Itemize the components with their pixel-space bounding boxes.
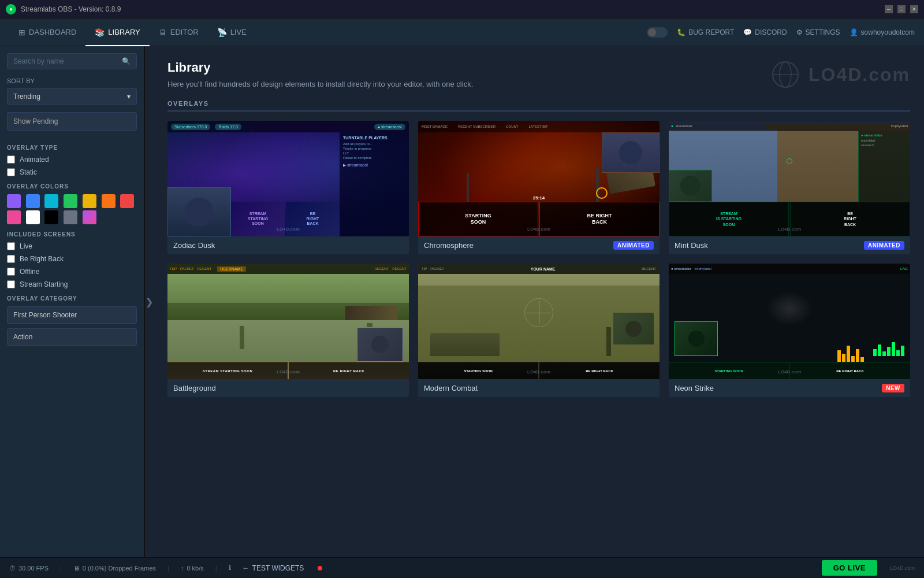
mint-dusk-badge: ANIMATED (864, 241, 904, 250)
chromosphere-image: MOST DAMAGE RECENT SUBSCRIBER COUNT LATE… (418, 121, 660, 236)
cod-image: TIP PACKET YOUR NAME RECENT (418, 264, 660, 379)
overlay-type-animated-item[interactable]: Animated (7, 155, 137, 164)
category-dropdown-action[interactable]: Action (7, 328, 137, 346)
screen-offline-checkbox[interactable] (7, 268, 15, 276)
maximize-button[interactable]: □ (897, 5, 906, 13)
static-checkbox[interactable] (7, 168, 15, 176)
chevron-down-icon: ▾ (127, 92, 131, 101)
color-orange[interactable] (102, 194, 116, 208)
color-blue[interactable] (26, 194, 40, 208)
screen-stream-starting-label: Stream Starting (20, 280, 68, 288)
search-box[interactable]: 🔍 (7, 53, 137, 69)
category-dropdown-fps[interactable]: First Person Shooter (7, 306, 137, 324)
go-live-button[interactable]: GO LIVE (822, 560, 877, 576)
search-icon: 🔍 (122, 57, 131, 65)
color-green[interactable] (64, 194, 77, 208)
lo4d-text: LO4D.com (808, 64, 910, 86)
status-bar: ⏱ 30.00 FPS | 🖥 0 (0.0%) Dropped Frames … (0, 557, 924, 578)
zodiac-dusk-footer: Zodiac Dusk (167, 236, 409, 254)
zodiac-dusk-name: Zodiac Dusk (173, 241, 215, 250)
screen-live-item[interactable]: Live (7, 242, 137, 250)
discord-item[interactable]: 💬 DISCORD (743, 28, 787, 36)
sidebar-collapse-button[interactable]: ❯ (144, 46, 154, 557)
category-action-label: Action (13, 333, 32, 341)
mint-dusk-image: ● streamlabz trophylabel ● streamlabz tr… (669, 121, 910, 236)
screen-offline-label: Offline (20, 268, 39, 276)
animated-checkbox[interactable] (7, 155, 15, 164)
nav-item-library[interactable]: 📚 LIBRARY (85, 18, 149, 46)
user-icon: 👤 (850, 28, 858, 36)
bug-icon: 🐛 (677, 28, 685, 36)
discord-icon: 💬 (743, 28, 752, 36)
bug-report-item[interactable]: 🐛 BUG REPORT (677, 28, 734, 36)
statusbar-lo4d: LO4D.com (890, 565, 915, 571)
color-pink[interactable] (7, 210, 21, 224)
info-item[interactable]: ℹ (229, 564, 231, 572)
app-icon: ● (6, 4, 16, 14)
color-gray[interactable] (64, 210, 77, 224)
show-pending-button[interactable]: Show Pending (7, 112, 137, 131)
screen-live-label: Live (20, 242, 32, 250)
category-fps-label: First Person Shooter (13, 311, 77, 319)
color-yellow[interactable] (83, 194, 96, 208)
color-violet[interactable] (83, 210, 96, 224)
minimize-button[interactable]: ─ (885, 5, 893, 13)
overlay-card-pubg[interactable]: TDP PACKET RECENT USERNAME RECENT RECENT (167, 264, 409, 397)
sort-dropdown[interactable]: Trending ▾ (7, 88, 137, 105)
user-item[interactable]: 👤 sowhoyoudotcom (850, 28, 915, 36)
overlay-card-zodiac-dusk[interactable]: Subscribers 170.0 Raids 12.0 ● streamlab… (167, 121, 409, 254)
chromosphere-badge: ANIMATED (613, 241, 654, 250)
rec-indicator (318, 566, 322, 570)
fps-icon: ⏱ (9, 565, 16, 572)
library-icon: 📚 (95, 28, 105, 37)
overlay-card-cs[interactable]: ● streamlabz trophylabel LIVE (669, 264, 910, 397)
overlay-type-static-item[interactable]: Static (7, 168, 137, 176)
sort-selected-value: Trending (13, 92, 40, 101)
nav-item-dashboard[interactable]: ⊞ DASHBOARD (9, 18, 85, 46)
fps-value: 30.00 FPS (18, 565, 49, 572)
color-black[interactable] (44, 210, 58, 224)
overlay-card-cod[interactable]: TIP PACKET YOUR NAME RECENT (418, 264, 660, 397)
chromosphere-footer: Chromosphere ANIMATED (418, 236, 660, 254)
overlay-card-mint-dusk[interactable]: ● streamlabz trophylabel ● streamlabz tr… (669, 121, 910, 254)
color-red[interactable] (120, 194, 134, 208)
pubg-image: TDP PACKET RECENT USERNAME RECENT RECENT (167, 264, 409, 379)
fps-display: ⏱ 30.00 FPS (9, 565, 49, 572)
mint-dusk-footer: Mint Dusk ANIMATED (669, 236, 910, 254)
search-input[interactable] (13, 57, 122, 65)
navbar: ⊞ DASHBOARD 📚 LIBRARY 🖥 EDITOR 📡 LIVE 🐛 … (0, 18, 924, 46)
overlay-card-chromosphere[interactable]: MOST DAMAGE RECENT SUBSCRIBER COUNT LATE… (418, 121, 660, 254)
color-purple[interactable] (7, 194, 21, 208)
overlay-grid: Subscribers 170.0 Raids 12.0 ● streamlab… (167, 121, 910, 397)
test-widgets-label: TEST WIDGETS (252, 564, 304, 572)
nav-item-live[interactable]: 📡 LIVE (208, 18, 256, 46)
dropped-frames-display: 🖥 0 (0.0%) Dropped Frames (73, 565, 156, 572)
screen-brb-checkbox[interactable] (7, 255, 15, 263)
nav-item-editor[interactable]: 🖥 EDITOR (150, 18, 208, 46)
info-icon: ℹ (229, 564, 231, 572)
theme-toggle[interactable] (647, 27, 668, 38)
screen-stream-starting-item[interactable]: Stream Starting (7, 280, 137, 288)
screen-brb-item[interactable]: Be Right Back (7, 255, 137, 263)
bitrate-value: 0 kb/s (187, 565, 203, 572)
screen-offline-item[interactable]: Offline (7, 268, 137, 276)
included-screens-label: INCLUDED SCREENS (7, 231, 137, 238)
overlay-colors-label: OVERLAY COLORS (7, 183, 137, 190)
test-widgets-button[interactable]: ← TEST WIDGETS (243, 564, 304, 572)
cs-image: ● streamlabz trophylabel LIVE (669, 264, 910, 379)
title-bar: ● Streamlabs OBS - Version: 0.8.9 ─ □ ✕ (0, 0, 924, 18)
screen-stream-starting-checkbox[interactable] (7, 280, 15, 288)
zodiac-dusk-image: Subscribers 170.0 Raids 12.0 ● streamlab… (167, 121, 409, 236)
overlays-section-label: OVERLAYS (167, 100, 910, 112)
close-button[interactable]: ✕ (910, 5, 918, 13)
chromosphere-name: Chromosphere (424, 241, 474, 250)
mint-dusk-name: Mint Dusk (675, 241, 708, 250)
color-swatches (7, 194, 137, 224)
color-cyan[interactable] (44, 194, 58, 208)
settings-item[interactable]: ⚙ SETTINGS (796, 28, 840, 36)
screen-live-checkbox[interactable] (7, 242, 15, 250)
window-controls[interactable]: ─ □ ✕ (885, 5, 918, 13)
lo4d-globe-icon (768, 60, 803, 89)
nav-label-editor: EDITOR (170, 28, 199, 36)
color-white[interactable] (26, 210, 40, 224)
